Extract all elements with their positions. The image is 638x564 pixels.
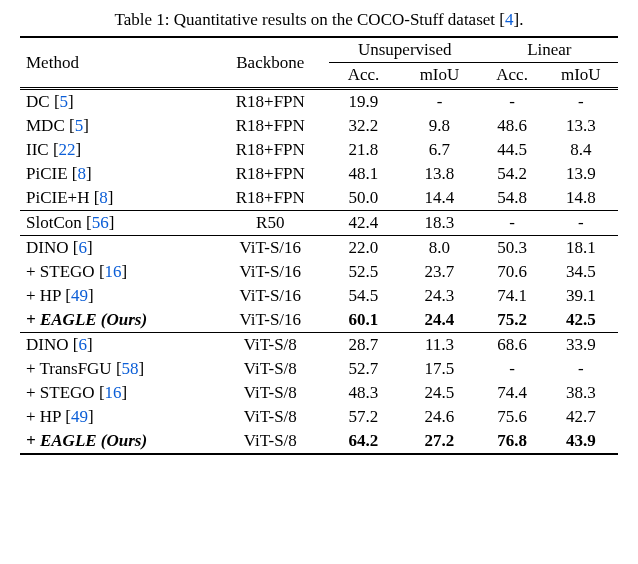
cell-value: 50.3 [481,236,544,261]
cell-value: 64.2 [329,429,399,454]
cell-value: - [544,211,618,236]
cite-link[interactable]: 49 [71,407,88,426]
table-row: + HP [49]ViT-S/857.224.675.642.7 [20,405,618,429]
method-name: DINO [26,335,69,354]
col-backbone: Backbone [212,37,329,89]
table-row: + STEGO [16]ViT-S/848.324.574.438.3 [20,381,618,405]
cell-method: + EAGLE (Ours) [20,308,212,333]
cell-value: 33.9 [544,333,618,358]
cell-value: 13.3 [544,114,618,138]
cell-value: 38.3 [544,381,618,405]
cell-method: MDC [5] [20,114,212,138]
cell-backbone: R18+FPN [212,186,329,211]
cell-value: 22.0 [329,236,399,261]
method-name: PiCIE [26,164,68,183]
cell-value: 48.6 [481,114,544,138]
cell-method: PiCIE [8] [20,162,212,186]
cell-value: 39.1 [544,284,618,308]
cell-value: 14.4 [398,186,480,211]
caption-prefix: Table 1: Quantitative results on the COC… [115,10,505,29]
cell-value: 57.2 [329,405,399,429]
cell-value: 24.6 [398,405,480,429]
cell-method: DINO [6] [20,236,212,261]
cell-backbone: R18+FPN [212,114,329,138]
method-name: + TransFGU [26,359,112,378]
table-row: DINO [6]ViT-S/1622.08.050.318.1 [20,236,618,261]
col-linear-acc: Acc. [481,63,544,89]
cell-value: 24.5 [398,381,480,405]
cell-method: SlotCon [56] [20,211,212,236]
cite-link[interactable]: 6 [78,335,87,354]
cell-value: - [481,89,544,115]
cell-backbone: ViT-S/8 [212,381,329,405]
method-name: DINO [26,238,69,257]
cell-value: 18.1 [544,236,618,261]
cell-value: 14.8 [544,186,618,211]
col-unsup-acc: Acc. [329,63,399,89]
cell-value: 42.7 [544,405,618,429]
cell-value: - [544,357,618,381]
cell-backbone: R50 [212,211,329,236]
cell-backbone: ViT-S/16 [212,308,329,333]
cell-value: 24.3 [398,284,480,308]
table-row: DC [5]R18+FPN19.9--- [20,89,618,115]
cell-value: 9.8 [398,114,480,138]
table-caption: Table 1: Quantitative results on the COC… [20,10,618,30]
cell-backbone: ViT-S/8 [212,357,329,381]
cell-value: 32.2 [329,114,399,138]
table-row: + HP [49]ViT-S/1654.524.374.139.1 [20,284,618,308]
method-name: + HP [26,286,61,305]
cell-backbone: R18+FPN [212,138,329,162]
cell-value: 13.8 [398,162,480,186]
cell-method: PiCIE+H [8] [20,186,212,211]
cell-value: 74.4 [481,381,544,405]
table-row: SlotCon [56]R5042.418.3-- [20,211,618,236]
cell-value: 6.7 [398,138,480,162]
cell-value: - [544,89,618,115]
cell-value: 19.9 [329,89,399,115]
cell-value: - [481,357,544,381]
caption-suffix: ]. [513,10,523,29]
cite-link[interactable]: 8 [99,188,108,207]
cell-value: 54.5 [329,284,399,308]
cell-value: 27.2 [398,429,480,454]
method-name: DC [26,92,50,111]
cell-value: 11.3 [398,333,480,358]
cell-value: 50.0 [329,186,399,211]
cite-link[interactable]: 16 [105,262,122,281]
cell-method: + TransFGU [58] [20,357,212,381]
cell-backbone: R18+FPN [212,89,329,115]
col-unsup-miou: mIoU [398,63,480,89]
cite-link[interactable]: 6 [78,238,87,257]
cell-method: + STEGO [16] [20,260,212,284]
method-name: + EAGLE (Ours) [26,431,147,450]
cell-value: 48.3 [329,381,399,405]
cell-value: 75.6 [481,405,544,429]
cite-link[interactable]: 49 [71,286,88,305]
cell-backbone: ViT-S/8 [212,405,329,429]
cell-value: 42.5 [544,308,618,333]
cell-value: 34.5 [544,260,618,284]
cite-link[interactable]: 5 [60,92,69,111]
table-row: PiCIE+H [8]R18+FPN50.014.454.814.8 [20,186,618,211]
col-unsupervised: Unsupervised [329,37,481,63]
method-name: PiCIE+H [26,188,89,207]
cell-value: 17.5 [398,357,480,381]
cell-value: 74.1 [481,284,544,308]
cite-link[interactable]: 8 [77,164,86,183]
table-row: DINO [6]ViT-S/828.711.368.633.9 [20,333,618,358]
table-row: + STEGO [16]ViT-S/1652.523.770.634.5 [20,260,618,284]
method-name: SlotCon [26,213,82,232]
table-row: + TransFGU [58]ViT-S/852.717.5-- [20,357,618,381]
cell-value: 42.4 [329,211,399,236]
cell-backbone: R18+FPN [212,162,329,186]
cite-link[interactable]: 16 [105,383,122,402]
cite-link[interactable]: 22 [59,140,76,159]
cite-link[interactable]: 5 [75,116,84,135]
cell-value: 70.6 [481,260,544,284]
cell-value: 23.7 [398,260,480,284]
cell-method: DINO [6] [20,333,212,358]
cell-value: - [481,211,544,236]
cite-link[interactable]: 56 [92,213,109,232]
cite-link[interactable]: 58 [122,359,139,378]
